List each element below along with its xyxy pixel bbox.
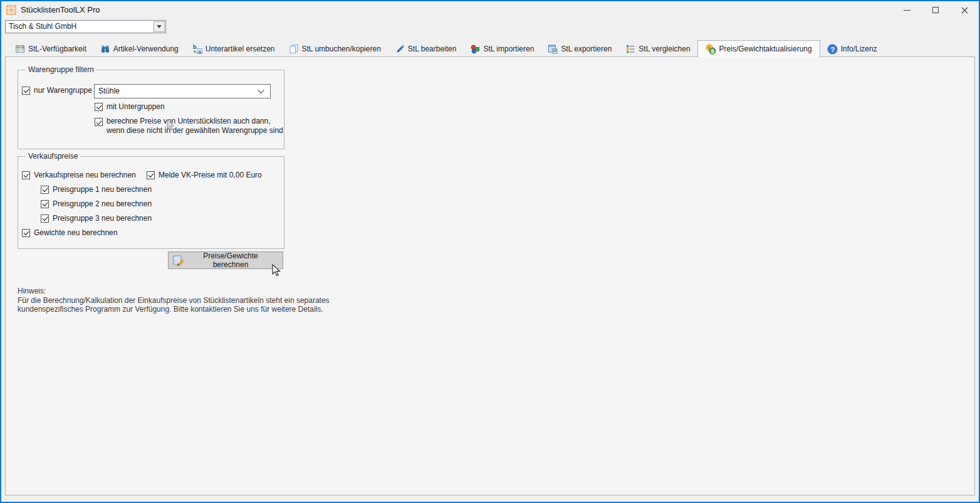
dropdown-arrow-icon [157, 25, 162, 28]
chevron-down-icon [258, 90, 264, 94]
preise-gewichte-berechnen-button[interactable]: Preise/Gewichte berechnen [168, 251, 283, 269]
minimize-icon [904, 10, 910, 11]
tab-label: Info/Lizenz [841, 45, 877, 53]
tab-stl-vergleichen[interactable]: StL vergleichen [618, 41, 697, 56]
tab-unterartikel-ersetzen[interactable]: b a Unterartikel ersetzen [185, 41, 282, 56]
info-question-icon: ? [827, 44, 838, 55]
checkbox-box[interactable] [95, 118, 103, 126]
window-controls [892, 1, 979, 19]
checkbox-melde-vk-preise[interactable]: Melde VK-Preise mit 0,00 Euro [147, 171, 262, 179]
replace-ab-icon: b a [192, 44, 202, 54]
svg-text:b: b [193, 44, 197, 50]
tab-label: Unterartikel ersetzen [206, 45, 275, 53]
checkbox-box[interactable] [147, 171, 155, 179]
export-table-icon [548, 44, 558, 54]
checkbox-label: Verkaufspreise neu berechnen [34, 171, 136, 179]
checkbox-box[interactable] [41, 186, 49, 194]
checkbox-box[interactable] [22, 87, 30, 95]
close-icon [961, 7, 968, 14]
pencil-icon [395, 44, 405, 54]
tab-label: StL-Verfügbarkeit [28, 45, 86, 53]
tab-artikel-verwendung[interactable]: Artikel-Verwendung [93, 41, 185, 56]
warengruppe-filtern-group: Warengruppe filtern nur Warengruppe Stüh… [18, 70, 284, 149]
hinweis-title: Hinweis: [18, 287, 330, 296]
checkbox-label: Melde VK-Preise mit 0,00 Euro [159, 171, 262, 179]
checkbox-label-line1: berechne Preise von Unterstücklisten auc… [107, 117, 271, 125]
checkbox-box[interactable] [95, 103, 103, 111]
coins-icon: € $ [706, 44, 716, 55]
checkbox-label-line2: wenn diese nicht in der gewählten Wareng… [107, 126, 283, 135]
tab-label: Preis/Gewichtaktualisierung [719, 45, 812, 53]
tab-info-lizenz[interactable]: ? Info/Lizenz [820, 41, 884, 56]
tab-label: StL umbuchen/kopieren [302, 45, 381, 53]
checkbox-box[interactable] [22, 171, 30, 179]
hinweis-text: Hinweis: Für die Berechnung/Kalkulation … [18, 287, 330, 314]
hinweis-line2: kundenspezifisches Programm zur Verfügun… [18, 305, 330, 314]
tab-label: StL importieren [483, 45, 534, 53]
tab-bar: StL-Verfügbarkeit Artikel-Verwendung b a… [5, 41, 975, 56]
warengruppe-select-value: Stühle [98, 85, 120, 98]
company-select[interactable]: Tisch & Stuhl GmbH [5, 20, 166, 33]
maximize-icon [932, 7, 939, 13]
grid-table-icon [15, 44, 25, 54]
tab-page-preis-gewichtaktualisierung: Warengruppe filtern nur Warengruppe Stüh… [5, 56, 975, 495]
checkbox-label: Preisgruppe 1 neu berechnen [53, 185, 152, 194]
tab-label: StL exportieren [561, 45, 612, 53]
compare-list-icon [625, 44, 635, 54]
checkbox-box[interactable] [22, 229, 30, 237]
checkbox-nur-warengruppe[interactable]: nur Warengruppe [22, 86, 92, 95]
checkbox-box[interactable] [41, 200, 49, 208]
checkbox-gewichte-neu-berechnen[interactable]: Gewichte neu berechnen [22, 228, 117, 237]
company-select-value: Tisch & Stuhl GmbH [9, 21, 76, 33]
calculator-pencil-icon [173, 255, 185, 267]
app-icon [6, 5, 16, 15]
checkbox-verkaufspreise-neu-berechnen[interactable]: Verkaufspreise neu berechnen [22, 171, 136, 179]
warengruppe-select[interactable]: Stühle [94, 84, 271, 98]
checkbox-preisgruppe-1[interactable]: Preisgruppe 1 neu berechnen [41, 185, 152, 194]
groupbox-title: Warengruppe filtern [26, 65, 96, 74]
tab-stl-bearbeiten[interactable]: StL bearbeiten [388, 41, 464, 56]
close-button[interactable] [950, 1, 979, 19]
import-objects-icon [470, 44, 480, 54]
tab-stl-exportieren[interactable]: StL exportieren [541, 41, 618, 56]
tab-stl-verfuegbarkeit[interactable]: StL-Verfügbarkeit [8, 41, 93, 56]
tab-preis-gewichtaktualisierung[interactable]: € $ Preis/Gewichtaktualisierung [697, 40, 820, 57]
minimize-button[interactable] [892, 1, 921, 19]
checkbox-preisgruppe-2[interactable]: Preisgruppe 2 neu berechnen [41, 199, 152, 208]
checkbox-label: Preisgruppe 3 neu berechnen [53, 214, 152, 223]
checkbox-label: Preisgruppe 2 neu berechnen [53, 199, 152, 208]
binoculars-icon [100, 44, 110, 54]
hinweis-line1: Für die Berechnung/Kalkulation der Einka… [18, 296, 330, 305]
app-window: StücklistenToolLX Pro Tisch & Stuhl GmbH [0, 0, 980, 503]
tab-stl-importieren[interactable]: StL importieren [463, 41, 541, 56]
checkbox-preisgruppe-3[interactable]: Preisgruppe 3 neu berechnen [41, 214, 152, 223]
checkbox-berechne-preise-unterstuecklisten[interactable]: berechne Preise von Unterstücklisten auc… [95, 117, 283, 135]
title-bar: StücklistenToolLX Pro [1, 1, 979, 19]
copy-pages-icon [289, 44, 299, 54]
svg-text:a: a [198, 49, 201, 55]
checkbox-label: berechne Preise von Unterstücklisten auc… [107, 117, 283, 135]
verkaufspreise-group: Verkaufspreise Verkaufspreise neu berech… [18, 156, 284, 249]
svg-text:$: $ [711, 48, 714, 54]
tab-label: StL bearbeiten [408, 45, 457, 53]
groupbox-title: Verkaufspreise [26, 152, 80, 161]
company-select-dropdown-button[interactable] [154, 21, 165, 32]
checkbox-label: Gewichte neu berechnen [34, 228, 117, 237]
button-label: Preise/Gewichte berechnen [185, 251, 283, 269]
checkbox-label: nur Warengruppe [34, 86, 92, 95]
tab-label: StL vergleichen [639, 45, 690, 53]
checkbox-box[interactable] [41, 214, 49, 223]
maximize-button[interactable] [921, 1, 950, 19]
svg-text:?: ? [830, 45, 835, 53]
checkbox-mit-untergruppen[interactable]: mit Untergruppen [95, 102, 165, 111]
checkbox-label: mit Untergruppen [107, 102, 165, 111]
window-title: StücklistenToolLX Pro [21, 1, 100, 19]
tab-stl-umbuchen-kopieren[interactable]: StL umbuchen/kopieren [282, 41, 388, 56]
tab-label: Artikel-Verwendung [113, 45, 179, 53]
